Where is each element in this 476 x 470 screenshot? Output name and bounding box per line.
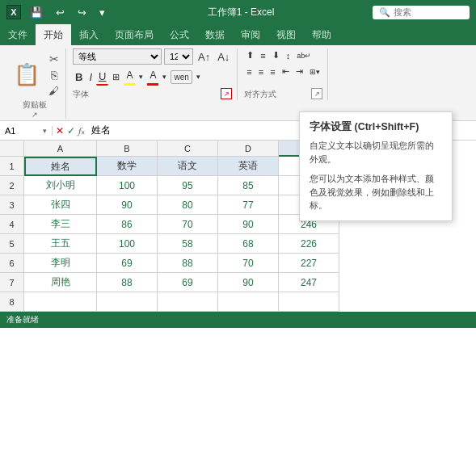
cut-button[interactable]: ✂: [47, 52, 61, 66]
row-num-4[interactable]: 4: [0, 215, 24, 234]
confirm-formula-icon[interactable]: ✓: [67, 125, 75, 136]
italic-button[interactable]: I: [86, 69, 95, 85]
cell-d6[interactable]: 70: [218, 254, 279, 273]
row-num-5[interactable]: 5: [0, 234, 24, 254]
cell-c5[interactable]: 58: [158, 234, 218, 254]
decrease-indent-button[interactable]: ⇤: [280, 65, 292, 78]
search-input[interactable]: [394, 7, 466, 17]
col-header-c[interactable]: C: [158, 141, 218, 157]
col-header-a[interactable]: A: [24, 141, 97, 157]
align-left-button[interactable]: ≡: [244, 65, 254, 78]
cell-d1[interactable]: 英语: [218, 157, 279, 176]
cell-b3[interactable]: 90: [97, 195, 158, 215]
wen-dropdown[interactable]: ▾: [194, 71, 203, 82]
cell-b7[interactable]: 88: [97, 273, 158, 292]
cell-b4[interactable]: 86: [97, 215, 158, 234]
cell-e6[interactable]: 227: [279, 254, 339, 273]
tab-view[interactable]: 视图: [268, 24, 304, 45]
font-color-dropdown[interactable]: ▾: [137, 71, 145, 82]
font-size-select[interactable]: 12: [164, 48, 193, 65]
col-header-b[interactable]: B: [97, 141, 158, 157]
wrap-text-button[interactable]: ab↵: [294, 48, 314, 62]
cell-c2[interactable]: 95: [158, 176, 218, 195]
row-num-1[interactable]: 1: [0, 157, 24, 176]
tab-insert[interactable]: 插入: [71, 24, 107, 45]
align-center-button[interactable]: ≡: [256, 65, 266, 78]
cell-ref-dropdown[interactable]: ▾: [43, 127, 47, 135]
row-num-3[interactable]: 3: [0, 195, 24, 215]
cell-d5[interactable]: 68: [218, 234, 279, 254]
cell-b6[interactable]: 69: [97, 254, 158, 273]
cell-c6[interactable]: 88: [158, 254, 218, 273]
decrease-font-button[interactable]: A↓: [215, 49, 232, 65]
font-controls-row2: B I U ⊞ A ▾ A ▾ wen ▾: [73, 68, 232, 86]
cell-c3[interactable]: 80: [158, 195, 218, 215]
cell-c1[interactable]: 语文: [158, 157, 218, 176]
format-painter-button[interactable]: 🖌: [47, 84, 61, 98]
font-name-select[interactable]: 等线: [73, 48, 162, 65]
paste-button[interactable]: 📋: [11, 61, 42, 89]
underline-button[interactable]: U: [96, 69, 108, 86]
cell-b2[interactable]: 100: [97, 176, 158, 195]
align-bottom-button[interactable]: ⬇: [270, 48, 282, 62]
cell-a5[interactable]: 王五: [24, 234, 97, 254]
cell-c7[interactable]: 69: [158, 273, 218, 292]
cell-d4[interactable]: 90: [218, 215, 279, 234]
cell-a2[interactable]: 刘小明: [24, 176, 97, 195]
alignment-launcher-button[interactable]: ↗: [311, 88, 322, 99]
tab-formula[interactable]: 公式: [162, 24, 197, 45]
cell-a3[interactable]: 张四: [24, 195, 97, 215]
cell-d2[interactable]: 85: [218, 176, 279, 195]
insert-function-icon[interactable]: 𝑓ₓ: [78, 125, 85, 136]
cell-d8[interactable]: [218, 292, 279, 312]
font-color-button[interactable]: A: [147, 68, 158, 82]
search-box[interactable]: 🔍: [373, 6, 470, 19]
cell-c8[interactable]: [158, 292, 218, 312]
redo-button[interactable]: ↪: [74, 5, 91, 20]
row-num-8[interactable]: 8: [0, 292, 24, 312]
row-num-2[interactable]: 2: [0, 176, 24, 195]
cell-a7[interactable]: 周艳: [24, 273, 97, 292]
cell-d3[interactable]: 77: [218, 195, 279, 215]
align-top-button[interactable]: ⬆: [244, 48, 256, 62]
copy-button[interactable]: ⎘: [47, 68, 61, 82]
merge-button[interactable]: ⊞▾: [307, 65, 322, 78]
cell-e7[interactable]: 247: [279, 273, 339, 292]
undo-button[interactable]: ↩: [52, 5, 69, 20]
tab-home[interactable]: 开始: [36, 24, 71, 45]
align-middle-button[interactable]: ≡: [258, 48, 267, 62]
col-header-d[interactable]: D: [218, 141, 279, 157]
cell-d7[interactable]: 90: [218, 273, 279, 292]
cell-a6[interactable]: 李明: [24, 254, 97, 273]
cell-a1[interactable]: 姓名: [24, 157, 97, 176]
clipboard-launcher[interactable]: ↗: [32, 111, 38, 119]
cell-a8[interactable]: [24, 292, 97, 312]
wen-button[interactable]: wen: [171, 70, 192, 84]
highlight-color-button[interactable]: A: [124, 68, 135, 82]
tab-file[interactable]: 文件: [0, 24, 36, 45]
font-color-btn-dropdown[interactable]: ▾: [160, 71, 169, 82]
cancel-formula-icon[interactable]: ✕: [56, 125, 64, 136]
increase-indent-button[interactable]: ⇥: [293, 65, 305, 78]
cell-b5[interactable]: 100: [97, 234, 158, 254]
cell-b1[interactable]: 数学: [97, 157, 158, 176]
cell-c4[interactable]: 70: [158, 215, 218, 234]
font-launcher-button[interactable]: ↗: [221, 88, 232, 99]
align-right-button[interactable]: ≡: [267, 65, 277, 78]
row-num-6[interactable]: 6: [0, 254, 24, 273]
tab-review[interactable]: 审阅: [233, 24, 268, 45]
tab-data[interactable]: 数据: [197, 24, 233, 45]
save-button[interactable]: 💾: [26, 5, 47, 20]
border-button[interactable]: ⊞: [110, 70, 122, 84]
cell-e8[interactable]: [279, 292, 339, 312]
text-direction-button[interactable]: ↕: [284, 48, 293, 62]
cell-a4[interactable]: 李三: [24, 215, 97, 234]
bold-button[interactable]: B: [73, 69, 85, 85]
tab-help[interactable]: 帮助: [304, 24, 339, 45]
row-num-7[interactable]: 7: [0, 273, 24, 292]
customize-button[interactable]: ▾: [95, 5, 109, 20]
increase-font-button[interactable]: A↑: [196, 49, 213, 65]
cell-e5[interactable]: 226: [279, 234, 339, 254]
cell-b8[interactable]: [97, 292, 158, 312]
tab-page-layout[interactable]: 页面布局: [107, 24, 162, 45]
